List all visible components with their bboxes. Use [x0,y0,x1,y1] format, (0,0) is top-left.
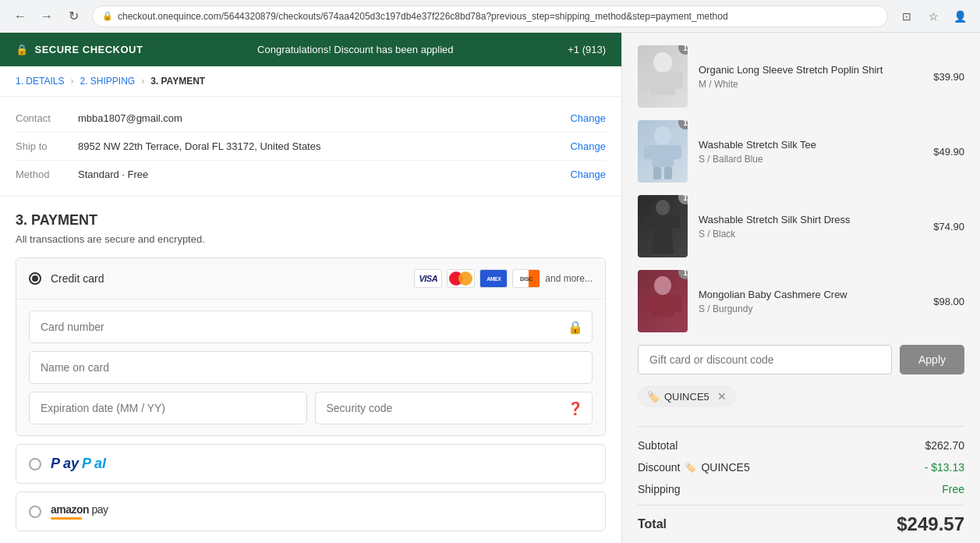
amazon-arrow [51,517,82,520]
info-section: Contact mbba1807@gmail.com Change Ship t… [0,97,621,197]
security-code-input[interactable] [315,392,593,424]
svg-point-13 [654,276,671,295]
payment-subtitle: All transactions are secure and encrypte… [16,233,606,245]
item-price-silk-dress: $74.90 [933,221,964,232]
item-name-cashmere: Mongolian Baby Cashmere Crew [699,288,922,302]
svg-rect-9 [664,167,672,179]
paypal-option[interactable]: PayPal [16,445,605,483]
name-on-card-input[interactable] [29,351,593,384]
item-variant-silk-tee: S / Ballard Blue [699,154,922,165]
address-bar[interactable]: 🔒 checkout.onequince.com/5644320879/chec… [92,5,888,27]
method-change-link[interactable]: Change [570,169,606,180]
shipping-label: Shipping [638,483,681,495]
amazon-pay-option-container: amazon pay [16,492,606,531]
coupon-remove-button[interactable]: ✕ [717,390,727,403]
browser-actions: ⊡ ☆ 👤 [896,5,971,27]
item-name-shirt: Organic Long Sleeve Stretch Poplin Shirt [699,63,922,77]
profile-button[interactable]: 👤 [949,5,971,27]
secure-label: 🔒 SECURE CHECKOUT [16,44,143,55]
ship-to-row: Ship to 8952 NW 22th Terrace, Doral FL 3… [16,133,606,161]
checkout-header: 🔒 SECURE CHECKOUT Congratulations! Disco… [0,33,621,66]
paypal-p-icon: P [51,456,60,472]
amex-icon: AMEX [479,269,508,288]
ship-to-value: 8952 NW 22th Terrace, Doral FL 33172, Un… [78,140,570,152]
reload-button[interactable]: ↻ [62,5,84,27]
shipping-value: Free [942,483,964,495]
step-separator-1: › [70,76,73,87]
discover-icon: DISC [512,269,540,288]
mastercard-icon [447,269,475,288]
url-text: checkout.onequince.com/5644320879/checko… [118,11,728,22]
expiration-input[interactable] [29,392,307,424]
item-info-silk-dress: Washable Stretch Silk Shirt Dress S / Bl… [699,213,922,240]
coupon-code: QUINCE5 [664,391,709,403]
step-details-link[interactable]: 1. DETAILS [16,76,64,87]
security-code-field: ❓ [315,392,593,424]
contact-value: mbba1807@gmail.com [78,112,570,124]
security-help-icon[interactable]: ❓ [568,401,583,416]
order-item: 1 Washable Stretch Silk Shirt Dress S / … [638,195,964,257]
discount-input[interactable] [638,345,892,374]
apply-button[interactable]: Apply [900,345,964,374]
card-number-input[interactable] [29,311,593,343]
credit-card-form: 🔒 ❓ [16,299,605,435]
discount-value: - $13.13 [925,461,964,474]
item-variant-cashmere: S / Burgundy [699,303,922,314]
discount-row: Apply [638,345,964,374]
step-shipping-link[interactable]: 2. SHIPPING [80,76,135,87]
shipping-row: Shipping Free [638,478,964,500]
lock-icon: 🔒 [102,11,113,21]
total-row: Total $249.57 [638,505,964,543]
method-row: Method Standard · Free Change [16,161,606,188]
payment-card-container: Credit card VISA AMEX DISC and more... [16,257,606,436]
expiration-field [29,392,307,424]
ship-to-change-link[interactable]: Change [570,140,606,152]
bookmark-button[interactable]: ☆ [922,5,944,27]
svg-rect-1 [650,72,675,95]
item-info-silk-tee: Washable Stretch Silk Tee S / Ballard Bl… [699,138,922,165]
paypal-logo: PayPal [51,456,106,472]
amazon-pay-logo: amazon pay [51,503,108,520]
payment-section: 3. PAYMENT All transactions are secure a… [0,197,621,543]
item-name-silk-tee: Washable Stretch Silk Tee [699,138,922,152]
amazon-pay-option[interactable]: amazon pay [16,492,605,531]
contact-change-link[interactable]: Change [570,112,606,124]
steps-navigation: 1. DETAILS › 2. SHIPPING › 3. PAYMENT [0,66,621,97]
item-variant-shirt: M / White [699,79,922,90]
credit-card-option[interactable]: Credit card VISA AMEX DISC and more... [16,258,605,299]
summary-divider [638,426,964,427]
page-content: 🔒 SECURE CHECKOUT Congratulations! Disco… [0,33,980,543]
credit-card-radio[interactable] [29,272,41,285]
discount-label-group: Discount 🏷️ QUINCE5 [638,461,750,474]
paypal-radio[interactable] [29,458,41,470]
paypal-text: ay [63,456,79,472]
svg-point-10 [656,200,670,215]
back-button[interactable]: ← [9,5,31,27]
shirt-figure [638,45,688,108]
phone-label: +1 (913) [568,44,606,55]
total-label: Total [638,517,667,531]
left-panel: 🔒 SECURE CHECKOUT Congratulations! Disco… [0,33,621,543]
screen-share-button[interactable]: ⊡ [896,5,918,27]
paypal-option-container: PayPal [16,444,606,484]
discount-summary-row: Discount 🏷️ QUINCE5 - $13.13 [638,456,964,478]
svg-rect-5 [652,145,674,167]
svg-point-0 [653,52,672,73]
contact-row: Contact mbba1807@gmail.com Change [16,105,606,133]
step-separator-2: › [141,76,144,87]
cashmere-figure [638,270,688,332]
item-info-cashmere: Mongolian Baby Cashmere Crew S / Burgund… [699,288,922,314]
order-item: 1 Mongolian Baby Cashmere Crew S / Burgu… [638,270,964,332]
forward-button[interactable]: → [36,5,58,27]
discount-tag-icon: 🏷️ [685,462,696,473]
svg-point-4 [654,126,671,145]
ship-to-label: Ship to [16,140,78,152]
discount-label-text: Discount [638,461,680,474]
lock-checkout-icon: 🔒 [16,44,29,55]
contact-label: Contact [16,112,78,124]
item-image-silk-dress: 1 [638,195,688,257]
svg-rect-7 [670,145,681,159]
amazon-pay-radio[interactable] [29,506,41,518]
item-price-cashmere: $98.00 [933,296,964,307]
item-name-silk-dress: Washable Stretch Silk Shirt Dress [699,213,922,227]
